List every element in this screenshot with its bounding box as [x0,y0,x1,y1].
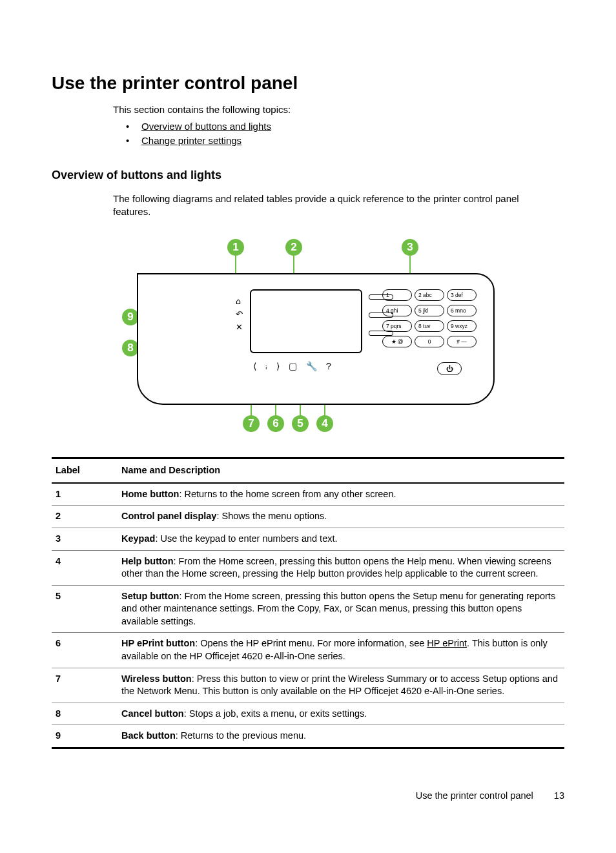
callout-3: 3 [402,239,418,256]
table-row: 4Help button: From the Home screen, pres… [52,550,564,585]
table-row: 5Setup button: From the Home screen, pre… [52,585,564,633]
row-label: 9 [52,725,118,748]
keypad-key-4: 4 ghi [382,305,412,316]
page-footer: Use the printer control panel 13 [416,790,564,803]
setup-icon: 🔧 [306,361,326,371]
row-desc: Back button: Returns to the previous men… [118,725,564,748]
row-desc: HP ePrint button: Opens the HP ePrint me… [118,633,564,668]
callout-6: 6 [267,415,284,432]
row-label: 7 [52,668,118,703]
keypad-key-5: 5 jkl [415,305,444,316]
table-row: 1Home button: Returns to the home screen… [52,483,564,506]
features-table: Label Name and Description 1Home button:… [52,457,564,748]
callout-4: 4 [316,415,333,432]
callout-2: 2 [285,239,302,256]
row-label: 3 [52,528,118,551]
row-label: 4 [52,550,118,585]
cancel-icon: ✕ [236,322,243,334]
intro-text: This section contains the following topi… [113,103,564,116]
row-desc: Help button: From the Home screen, press… [118,550,564,585]
help-icon: ? [326,361,340,371]
link-hp-eprint[interactable]: HP ePrint [427,638,467,648]
footer-title: Use the printer control panel [416,790,533,801]
row-desc: Setup button: From the Home screen, pres… [118,585,564,633]
row-desc: Cancel button: Stops a job, exits a menu… [118,703,564,725]
page-number: 13 [554,790,564,801]
page-title: Use the printer control panel [52,71,564,96]
panel-display [250,289,362,353]
table-row: 9Back button: Returns to the previous me… [52,725,564,748]
row-label: 6 [52,633,118,668]
topic-links: Overview of buttons and lights Change pr… [126,120,564,148]
keypad-key-2: 2 abc [415,289,444,301]
bottom-icon-row: ⟨ᵢ⟩▢🔧? [253,360,340,373]
table-row: 2Control panel display: Shows the menu o… [52,506,564,528]
row-desc: Control panel display: Shows the menu op… [118,506,564,528]
table-row: 8Cancel button: Stops a job, exits a men… [52,703,564,725]
subheading: Overview of buttons and lights [52,167,564,183]
keypad-key-8: 8 tuv [415,320,444,332]
link-overview[interactable]: Overview of buttons and lights [141,121,271,132]
row-label: 5 [52,585,118,633]
row-label: 1 [52,483,118,506]
table-row: 6HP ePrint button: Opens the HP ePrint m… [52,633,564,668]
link-change-settings[interactable]: Change printer settings [141,135,241,146]
th-desc: Name and Description [118,458,564,483]
keypad-key-1: 1 [382,289,412,301]
table-row: 7Wireless button: Press this button to v… [52,668,564,703]
power-button: ⏻ [437,362,462,375]
callout-7: 7 [243,415,260,432]
keypad-key-#: # — [447,336,477,347]
subsection-intro: The following diagrams and related table… [113,192,551,219]
eprint-icon: ▢ [289,361,306,371]
row-desc: Keypad: Use the keypad to enter numbers … [118,528,564,551]
wireless-icon: ⟨ᵢ⟩ [253,361,289,371]
control-panel-diagram: 1 2 3 4 5 6 7 8 9 ⌂ ↶ ✕ ⟨ᵢ⟩▢🔧? 12 abc3 d… [121,238,495,438]
keypad-key-★: ★ @ [382,336,412,347]
keypad: 12 abc3 def4 ghi5 jkl6 mno7 pqrs8 tuv9 w… [382,289,479,347]
back-icon: ↶ [236,309,243,322]
row-label: 2 [52,506,118,528]
callout-5: 5 [292,415,309,432]
row-label: 8 [52,703,118,725]
keypad-key-6: 6 mno [447,305,477,316]
nav-buttons: ⌂ ↶ ✕ [236,296,243,334]
callout-1: 1 [227,239,244,256]
th-label: Label [52,458,118,483]
keypad-key-3: 3 def [447,289,477,301]
row-desc: Wireless button: Press this button to vi… [118,668,564,703]
keypad-key-9: 9 wxyz [447,320,477,332]
home-icon: ⌂ [236,296,243,309]
keypad-key-7: 7 pqrs [382,320,412,332]
row-desc: Home button: Returns to the home screen … [118,483,564,506]
keypad-key-0: 0 [415,336,444,347]
table-row: 3Keypad: Use the keypad to enter numbers… [52,528,564,551]
